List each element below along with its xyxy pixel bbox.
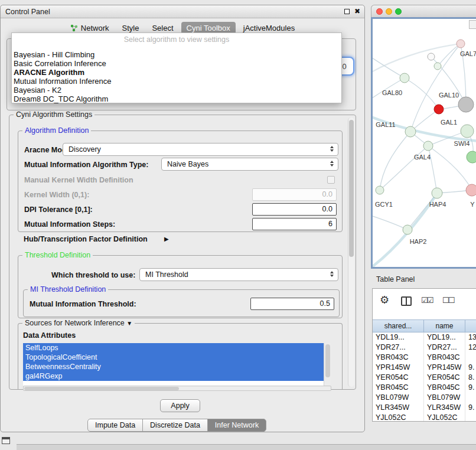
tab-discretize-data[interactable]: Discretize Data [142, 419, 208, 432]
table-panel-title: Table Panel [376, 275, 415, 283]
network-node[interactable] [467, 151, 476, 163]
attributes-hscrollbar-thumb[interactable] [24, 387, 179, 390]
select-all-icon[interactable]: ☑☑ [421, 296, 432, 305]
attributes-hscrollbar[interactable] [23, 386, 331, 391]
algorithm-option[interactable]: Mutual Information Inference [13, 77, 340, 86]
cell-shared: YJL052C [373, 413, 424, 422]
algorithm-definition-group: Algorithm Definition Aracne Mode: Discov… [18, 131, 343, 232]
table-row[interactable]: YDR27... YDR27... 12 [373, 343, 476, 353]
collapse-arrow-icon[interactable]: ▼ [126, 320, 132, 327]
column-header-shared-name[interactable]: shared... [373, 319, 424, 332]
control-panel-titlebar[interactable]: Control Panel ✖ [1, 5, 364, 18]
float-window-icon[interactable] [344, 9, 350, 14]
network-node[interactable] [461, 125, 474, 138]
network-window-titlebar[interactable] [371, 5, 476, 17]
data-attributes-list[interactable]: SelfLoops TopologicalCoefficient Between… [23, 343, 331, 386]
algorithm-option[interactable]: Bayesian - Hill Climbing [13, 50, 340, 59]
column-header-extra[interactable] [465, 319, 476, 332]
expand-arrow-icon[interactable]: ▶ [164, 236, 169, 242]
network-node[interactable] [434, 105, 444, 114]
network-node[interactable] [405, 126, 416, 137]
tab-infer-network[interactable]: Infer Network [207, 419, 266, 432]
minimize-traffic-light-icon[interactable] [386, 8, 392, 15]
close-traffic-light-icon[interactable] [376, 8, 383, 15]
network-node[interactable] [376, 186, 384, 194]
cell-extra [465, 393, 476, 403]
hub-definition-label: Hub/Transcription Factor Definition [24, 235, 148, 243]
algorithm-option-selected[interactable]: ARACNE Algorithm [13, 68, 340, 77]
kernel-width-field[interactable]: 0.0 [252, 188, 337, 201]
deselect-all-icon[interactable]: ☐☐ [442, 296, 454, 305]
attribute-item-selected[interactable]: BetweennessCentrality [23, 362, 324, 371]
mi-threshold-field[interactable]: 0.5 [250, 298, 334, 310]
cell-extra: 12 [465, 343, 476, 353]
table-row[interactable]: YPR145W YPR145W 9. [373, 363, 476, 373]
algorithm-dropdown-list: Bayesian - Hill Climbing Basic Correlati… [13, 50, 340, 103]
which-threshold-select[interactable]: MI Threshold [139, 268, 338, 281]
node-label: Y [470, 201, 475, 208]
cell-shared: YER054C [373, 373, 424, 383]
mi-algorithm-type-select[interactable]: Naive Bayes [161, 158, 338, 171]
manual-kernel-width-label: Manual Kernel Width Definition [24, 176, 133, 184]
attribute-item-selected[interactable]: gal4RGexp [23, 371, 324, 381]
aracne-mode-select[interactable]: Discovery [63, 143, 338, 156]
restore-panel-icon[interactable] [2, 437, 10, 444]
cell-shared: YBR043C [373, 353, 424, 363]
table-row[interactable]: YLR345W YLR345W 9. [373, 403, 476, 413]
table-row[interactable]: YDL19... YDL19... 13 [373, 332, 476, 343]
cell-name: YPR145W [424, 363, 465, 373]
network-node[interactable] [434, 63, 441, 70]
cell-shared: YLR345W [373, 403, 424, 413]
zoom-traffic-light-icon[interactable] [395, 8, 402, 15]
algorithm-option[interactable]: Dream8 DC_TDC Algorithm [13, 94, 340, 103]
gear-icon[interactable]: ⚙ [380, 294, 389, 306]
network-node[interactable] [458, 97, 474, 112]
cell-name: YLR345W [424, 403, 465, 413]
combo-arrows-icon [330, 161, 334, 167]
tab-impute-data[interactable]: Impute Data [87, 419, 143, 432]
network-node[interactable] [457, 40, 465, 48]
network-node[interactable] [432, 188, 442, 198]
table-row[interactable]: YBR043C YBR043C [373, 353, 476, 363]
attribute-item-selected[interactable]: TopologicalCoefficient [23, 353, 324, 362]
attribute-item-selected[interactable]: SelfLoops [23, 343, 324, 353]
network-canvas[interactable]: GAL7 GAL80 GAL10 GAL11 GAL1 SWI4 GAL4 GC… [371, 17, 476, 269]
column-header-name[interactable]: name [424, 319, 465, 332]
network-scroll-button[interactable] [469, 20, 476, 29]
network-node[interactable] [466, 184, 476, 196]
dpi-tolerance-field[interactable]: 0.0 [252, 203, 337, 216]
show-columns-icon[interactable] [401, 296, 412, 306]
network-node[interactable] [423, 141, 433, 151]
algorithm-dropdown-prompt: Select algorithm to view settings [12, 35, 341, 44]
table-row[interactable]: YBL079W YBL079W [373, 393, 476, 403]
network-view-window: GAL7 GAL80 GAL10 GAL11 GAL1 SWI4 GAL4 GC… [371, 5, 476, 269]
which-threshold-value: MI Threshold [145, 270, 188, 279]
threshold-definition-group: Threshold Definition Which threshold to … [18, 255, 343, 318]
attributes-list-scrollbar-thumb[interactable] [325, 344, 330, 377]
mi-threshold-definition-group: MI Threshold Definition Mutual Informati… [23, 289, 340, 317]
apply-button[interactable]: Apply [160, 399, 200, 412]
manual-kernel-width-checkbox[interactable] [327, 176, 335, 184]
attributes-list-scrollbar[interactable] [324, 343, 331, 386]
cell-extra: 8. [465, 373, 476, 383]
table-row[interactable]: YBR045C YBR045C 9. [373, 383, 476, 393]
cell-name: YBR045C [424, 383, 465, 393]
combo-arrows-icon [330, 146, 334, 152]
network-node[interactable] [428, 53, 435, 60]
node-label: GAL80 [382, 89, 402, 96]
table-row[interactable]: YJL052C YJL052C [373, 413, 476, 422]
algorithm-option[interactable]: Basic Correlation Inference [13, 59, 340, 68]
combo-arrows-icon [330, 271, 334, 277]
mi-steps-field[interactable]: 6 [252, 218, 337, 230]
network-node[interactable] [400, 73, 409, 83]
algorithm-option[interactable]: Bayesian - K2 [13, 86, 340, 94]
table-row[interactable]: YER054C YER054C 8. [373, 373, 476, 383]
settings-scrollbar[interactable] [348, 118, 354, 387]
cyni-algorithm-settings-group: Cyni Algorithm Settings Algorithm Defini… [9, 115, 356, 390]
close-icon[interactable]: ✖ [354, 7, 360, 15]
kernel-width-label: Kernel Width (0,1): [24, 191, 89, 199]
mi-steps-label: Mutual Information Steps: [24, 220, 115, 229]
tab-cyni-toolbox-label: Cyni Toolbox [187, 24, 230, 32]
settings-scrollbar-thumb[interactable] [349, 120, 354, 257]
network-node[interactable] [403, 225, 412, 234]
